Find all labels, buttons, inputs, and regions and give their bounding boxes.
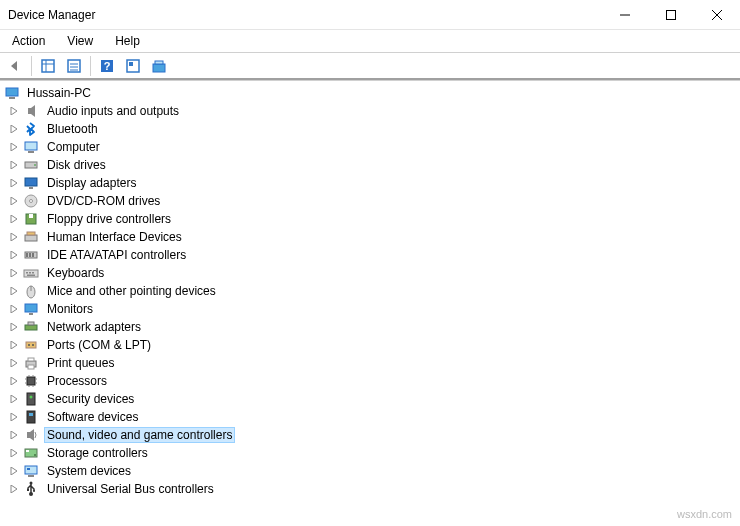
- tree-item[interactable]: Display adapters: [4, 174, 740, 192]
- tree-item[interactable]: Storage controllers: [4, 444, 740, 462]
- keyboard-icon: [22, 265, 40, 281]
- expand-arrow-icon[interactable]: [8, 359, 20, 367]
- tree-item[interactable]: Sound, video and game controllers: [4, 426, 740, 444]
- expand-arrow-icon[interactable]: [8, 395, 20, 403]
- expand-arrow-icon[interactable]: [8, 305, 20, 313]
- tree-item[interactable]: Software devices: [4, 408, 740, 426]
- tree-item-label: Mice and other pointing devices: [44, 283, 219, 299]
- system-icon: [22, 463, 40, 479]
- expand-arrow-icon[interactable]: [8, 449, 20, 457]
- tree-root[interactable]: Hussain-PC: [4, 84, 740, 102]
- minimize-button[interactable]: [602, 0, 648, 30]
- tree-item-label: Floppy drive controllers: [44, 211, 174, 227]
- separator: [31, 56, 32, 76]
- expand-arrow-icon[interactable]: [8, 161, 20, 169]
- expand-arrow-icon[interactable]: [8, 197, 20, 205]
- software-icon: [22, 409, 40, 425]
- tree-item[interactable]: Disk drives: [4, 156, 740, 174]
- svg-rect-30: [25, 235, 37, 241]
- svg-rect-15: [153, 64, 165, 72]
- tree-item[interactable]: Computer: [4, 138, 740, 156]
- port-icon: [22, 337, 40, 353]
- expand-arrow-icon[interactable]: [8, 485, 20, 493]
- tree-item[interactable]: Print queues: [4, 354, 740, 372]
- svg-text:?: ?: [104, 60, 111, 72]
- tree-item[interactable]: Monitors: [4, 300, 740, 318]
- expand-arrow-icon[interactable]: [8, 251, 20, 259]
- ide-icon: [22, 247, 40, 263]
- close-button[interactable]: [694, 0, 740, 30]
- expand-arrow-icon[interactable]: [8, 323, 20, 331]
- svg-rect-47: [26, 342, 36, 348]
- tree-item[interactable]: Universal Serial Bus controllers: [4, 480, 740, 498]
- separator: [90, 56, 91, 76]
- tree-item-label: Disk drives: [44, 157, 109, 173]
- tree-item[interactable]: Keyboards: [4, 264, 740, 282]
- svg-rect-45: [25, 325, 37, 330]
- svg-point-48: [28, 344, 30, 346]
- menu-view[interactable]: View: [63, 32, 97, 50]
- tree-item[interactable]: Network adapters: [4, 318, 740, 336]
- tree-item-label: Storage controllers: [44, 445, 151, 461]
- tree-item[interactable]: IDE ATA/ATAPI controllers: [4, 246, 740, 264]
- window-title: Device Manager: [8, 8, 602, 22]
- svg-point-74: [29, 492, 33, 496]
- show-hidden-button[interactable]: [36, 55, 60, 77]
- svg-point-23: [34, 164, 36, 166]
- svg-rect-38: [29, 272, 31, 274]
- toggle-button[interactable]: [121, 55, 145, 77]
- tree-item[interactable]: Security devices: [4, 390, 740, 408]
- help-button[interactable]: ?: [95, 55, 119, 77]
- svg-point-69: [34, 454, 36, 456]
- tree-item[interactable]: Bluetooth: [4, 120, 740, 138]
- svg-rect-66: [27, 432, 30, 438]
- svg-rect-24: [25, 178, 37, 186]
- properties-button[interactable]: [62, 55, 86, 77]
- expand-arrow-icon[interactable]: [8, 467, 20, 475]
- expand-arrow-icon[interactable]: [8, 143, 20, 151]
- menu-action[interactable]: Action: [8, 32, 49, 50]
- svg-rect-40: [27, 275, 35, 277]
- disk-icon: [22, 157, 40, 173]
- menu-help[interactable]: Help: [111, 32, 144, 50]
- menubar: Action View Help: [0, 30, 740, 52]
- printer-icon: [22, 355, 40, 371]
- tree-item-label: Display adapters: [44, 175, 139, 191]
- svg-rect-70: [25, 466, 37, 474]
- back-button[interactable]: [3, 55, 27, 77]
- tree-item-label: Keyboards: [44, 265, 107, 281]
- tree-item[interactable]: Ports (COM & LPT): [4, 336, 740, 354]
- expand-arrow-icon[interactable]: [8, 377, 20, 385]
- svg-rect-16: [155, 61, 163, 64]
- expand-arrow-icon[interactable]: [8, 107, 20, 115]
- expand-arrow-icon[interactable]: [8, 413, 20, 421]
- expand-arrow-icon[interactable]: [8, 179, 20, 187]
- expand-arrow-icon[interactable]: [8, 125, 20, 133]
- tree-item[interactable]: Human Interface Devices: [4, 228, 740, 246]
- tree-item-label: Processors: [44, 373, 110, 389]
- tree-item-label: IDE ATA/ATAPI controllers: [44, 247, 189, 263]
- expand-arrow-icon[interactable]: [8, 269, 20, 277]
- speaker-icon: [22, 103, 40, 119]
- svg-rect-64: [27, 411, 35, 423]
- expand-arrow-icon[interactable]: [8, 431, 20, 439]
- tree-item[interactable]: Audio inputs and outputs: [4, 102, 740, 120]
- tree-item[interactable]: Mice and other pointing devices: [4, 282, 740, 300]
- tree-item[interactable]: System devices: [4, 462, 740, 480]
- expand-arrow-icon[interactable]: [8, 341, 20, 349]
- device-tree[interactable]: Hussain-PC Audio inputs and outputsBluet…: [0, 80, 740, 498]
- tree-item-label: Audio inputs and outputs: [44, 103, 182, 119]
- tree-item[interactable]: Floppy drive controllers: [4, 210, 740, 228]
- svg-rect-4: [42, 60, 54, 72]
- security-icon: [22, 391, 40, 407]
- expand-arrow-icon[interactable]: [8, 233, 20, 241]
- tree-item[interactable]: Processors: [4, 372, 740, 390]
- tree-item-label: Security devices: [44, 391, 137, 407]
- expand-arrow-icon[interactable]: [8, 215, 20, 223]
- scan-button[interactable]: [147, 55, 171, 77]
- expand-arrow-icon[interactable]: [8, 287, 20, 295]
- tree-item[interactable]: DVD/CD-ROM drives: [4, 192, 740, 210]
- maximize-button[interactable]: [648, 0, 694, 30]
- titlebar: Device Manager: [0, 0, 740, 30]
- svg-rect-33: [26, 253, 28, 257]
